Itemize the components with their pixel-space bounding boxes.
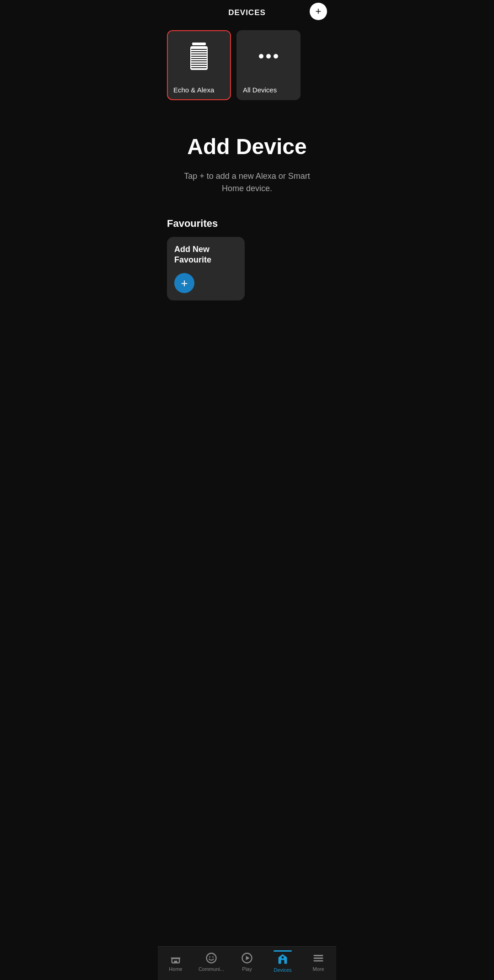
- add-device-title: Add Device: [176, 135, 318, 159]
- page-header: DEVICES +: [158, 0, 336, 23]
- favourite-plus-icon: +: [181, 277, 188, 289]
- all-devices-icon-area: [237, 31, 300, 81]
- plus-icon: +: [316, 6, 322, 16]
- add-device-subtitle: Tap + to add a new Alexa or Smart Home d…: [176, 170, 318, 195]
- favourite-add-circle[interactable]: +: [174, 273, 194, 293]
- device-category-tiles: Echo & Alexa All Devices: [158, 23, 336, 107]
- favourites-section: Favourites Add New Favourite +: [158, 218, 336, 310]
- add-device-button[interactable]: +: [310, 3, 327, 20]
- all-devices-tile[interactable]: All Devices: [236, 30, 301, 100]
- add-new-favourite-card[interactable]: Add New Favourite +: [167, 237, 245, 300]
- dot-2: [266, 54, 271, 59]
- echo-tile-label: Echo & Alexa: [168, 81, 230, 99]
- favourite-card-title: Add New Favourite: [174, 244, 237, 266]
- dot-1: [259, 54, 263, 59]
- favourites-heading: Favourites: [167, 218, 327, 230]
- echo-body-part: [190, 46, 208, 70]
- echo-top-part: [192, 43, 206, 45]
- add-device-section: Add Device Tap + to add a new Alexa or S…: [158, 107, 336, 218]
- dot-3: [274, 54, 278, 59]
- echo-device-icon: [190, 43, 208, 70]
- all-devices-tile-label: All Devices: [237, 81, 300, 99]
- echo-tile-icon-area: [168, 31, 230, 81]
- page-title: DEVICES: [228, 8, 266, 17]
- echo-mesh-pattern: [191, 48, 207, 68]
- three-dots-icon: [259, 54, 278, 59]
- echo-alexa-tile[interactable]: Echo & Alexa: [167, 30, 231, 100]
